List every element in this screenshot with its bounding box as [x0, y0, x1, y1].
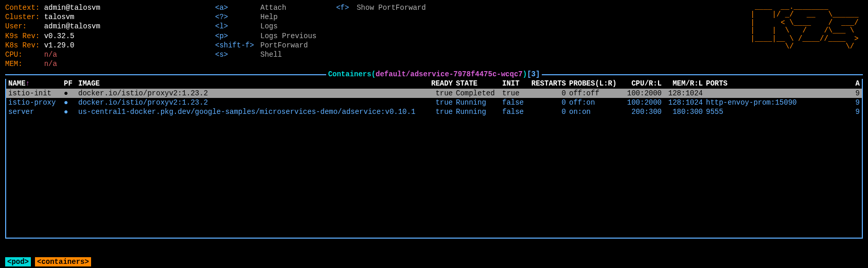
- cell-init: false: [502, 107, 531, 116]
- cell-init: false: [502, 98, 531, 107]
- cell-restarts: 0: [531, 89, 569, 98]
- shortcut-key[interactable]: <f>: [336, 4, 349, 12]
- col-cpu[interactable]: CPU/R:L: [624, 79, 665, 88]
- breadcrumb-containers[interactable]: <containers>: [35, 257, 91, 266]
- breadcrumb: <pod> <containers>: [5, 257, 91, 266]
- shortcut-key[interactable]: <p>: [215, 32, 228, 40]
- context-label: Context:: [5, 4, 40, 12]
- cell-name: istio-init: [8, 89, 64, 98]
- breadcrumb-pod[interactable]: <pod>: [5, 257, 31, 266]
- cell-restarts: 0: [531, 98, 569, 107]
- col-restarts[interactable]: RESTARTS: [531, 79, 569, 88]
- col-a[interactable]: A: [802, 79, 860, 88]
- shortcuts-secondary: <f> Show PortForward: [336, 3, 426, 69]
- shortcut-label: Show PortForward: [357, 4, 426, 12]
- shortcut-label: Logs: [260, 22, 278, 30]
- user-label: User:: [5, 22, 27, 30]
- context-value: admin@talosvm: [44, 4, 100, 12]
- cell-cpu: 100:2000: [624, 89, 665, 98]
- cell-ports: http-envoy-prom:15090: [706, 98, 802, 107]
- cell-ports: [706, 89, 802, 98]
- shortcut-key[interactable]: <shift-f>: [215, 41, 254, 49]
- shortcut-label: PortForward: [260, 41, 308, 49]
- mem-label: MEM:: [5, 60, 23, 68]
- cluster-label: Cluster:: [5, 13, 40, 21]
- col-ready[interactable]: READY: [431, 79, 456, 88]
- col-pf[interactable]: PF: [64, 79, 78, 88]
- panel-title-bar: Containers(default/adservice-7978f4475c-…: [5, 70, 863, 79]
- cell-state: Running: [456, 98, 502, 107]
- shortcut-label: Shell: [260, 51, 282, 59]
- table-row[interactable]: server ● us-central1-docker.pkg.dev/goog…: [6, 107, 862, 116]
- col-init[interactable]: INIT: [502, 79, 531, 88]
- col-image[interactable]: IMAGE: [78, 79, 431, 88]
- k8s-label: K8s Rev:: [5, 41, 40, 49]
- shortcut-key[interactable]: <s>: [215, 51, 228, 59]
- shortcut-label: Attach: [260, 4, 286, 12]
- cell-probes: off:on: [569, 98, 624, 107]
- k9s-logo: ____ __.________ | |/ _/ __ \______ | < …: [751, 3, 863, 51]
- shortcuts-primary: <a> <?> <l> <p> <shift-f> <s> Attach Hel…: [215, 3, 316, 69]
- pf-indicator-icon: ●: [64, 107, 78, 116]
- cell-name: istio-proxy: [8, 98, 64, 107]
- k8s-value: v1.29.0: [44, 41, 75, 49]
- cell-a: 9: [802, 89, 860, 98]
- cell-ready: true: [431, 98, 456, 107]
- mem-value: n/a: [44, 60, 57, 68]
- cell-restarts: 0: [531, 107, 569, 116]
- shortcut-label: Logs Previous: [260, 32, 316, 40]
- pf-indicator-icon: ●: [64, 89, 78, 98]
- col-state[interactable]: STATE: [456, 79, 502, 88]
- pf-indicator-icon: ●: [64, 98, 78, 107]
- info-block: Context: admin@talosvm Cluster: talosvm …: [5, 3, 215, 69]
- cluster-value: talosvm: [44, 13, 75, 21]
- shortcut-key[interactable]: <?>: [215, 13, 228, 21]
- table-row[interactable]: istio-init ● docker.io/istio/proxyv2:1.2…: [6, 89, 862, 98]
- cell-probes: off:off: [569, 89, 624, 98]
- cell-mem: 128:1024: [665, 98, 706, 107]
- cell-state: Completed: [456, 89, 502, 98]
- col-name[interactable]: NAME: [8, 79, 26, 88]
- header: Context: admin@talosvm Cluster: talosvm …: [0, 0, 868, 69]
- cell-cpu: 100:2000: [624, 98, 665, 107]
- cell-ready: true: [431, 89, 456, 98]
- cpu-label: CPU:: [5, 51, 23, 59]
- cpu-value: n/a: [44, 51, 57, 59]
- title-count: [3]: [527, 70, 540, 78]
- col-probes[interactable]: PROBES(L:R): [569, 79, 624, 88]
- cell-name: server: [8, 107, 64, 116]
- shortcut-label: Help: [260, 13, 278, 21]
- col-ports[interactable]: PORTS: [706, 79, 802, 88]
- cell-init: true: [502, 89, 531, 98]
- cell-mem: 180:300: [665, 107, 706, 116]
- cell-probes: on:on: [569, 107, 624, 116]
- col-mem[interactable]: MEM/R:L: [665, 79, 706, 88]
- sort-indicator-icon: ↑: [26, 79, 30, 88]
- cell-a: 9: [802, 107, 860, 116]
- k9s-label: K9s Rev:: [5, 32, 40, 40]
- table-header: NAME↑ PF IMAGE READY STATE INIT RESTARTS…: [6, 79, 862, 88]
- title-ns: default/adservice-7978f4475c-wcqc7: [376, 70, 523, 78]
- cell-state: Running: [456, 107, 502, 116]
- shortcut-key[interactable]: <a>: [215, 4, 228, 12]
- containers-table[interactable]: NAME↑ PF IMAGE READY STATE INIT RESTARTS…: [5, 79, 863, 239]
- cell-ports: 9555: [706, 107, 802, 116]
- cell-a: 9: [802, 98, 860, 107]
- title-close: ): [523, 70, 527, 78]
- k9s-value: v0.32.5: [44, 32, 75, 40]
- shortcut-key[interactable]: <l>: [215, 22, 228, 30]
- cell-image: docker.io/istio/proxyv2:1.23.2: [78, 98, 431, 107]
- cell-ready: true: [431, 107, 456, 116]
- table-row[interactable]: istio-proxy ● docker.io/istio/proxyv2:1.…: [6, 98, 862, 107]
- user-value: admin@talosvm: [44, 22, 100, 30]
- cell-mem: 128:1024: [665, 89, 706, 98]
- cell-image: docker.io/istio/proxyv2:1.23.2: [78, 89, 431, 98]
- cell-cpu: 200:300: [624, 107, 665, 116]
- cell-image: us-central1-docker.pkg.dev/google-sample…: [78, 107, 431, 116]
- title-main: Containers(: [328, 70, 376, 78]
